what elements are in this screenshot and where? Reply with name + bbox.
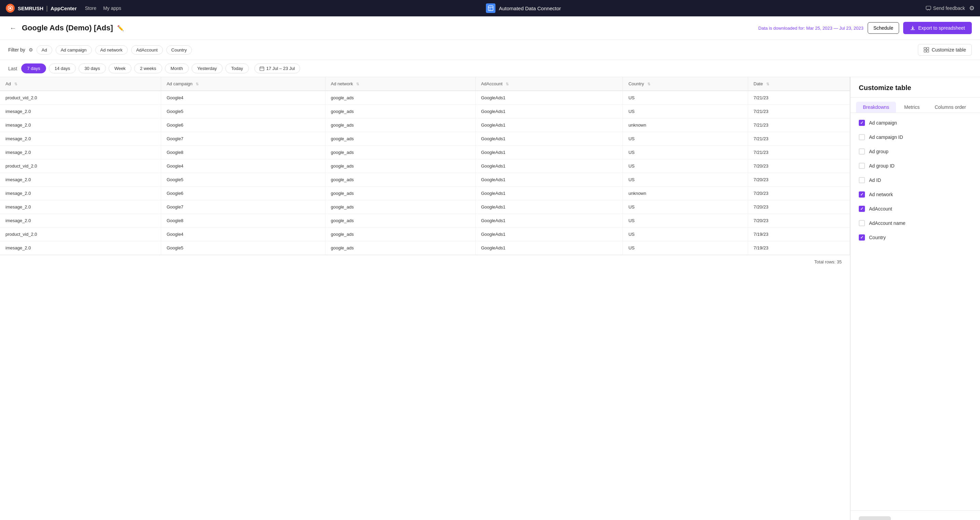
date-range-picker[interactable]: 17 Jul – 23 Jul — [255, 63, 300, 73]
table-cell: US — [623, 159, 748, 173]
breakdown-checkbox-item[interactable]: Ad network — [851, 187, 980, 202]
breakdown-checkbox-item[interactable]: Ad campaign ID — [851, 130, 980, 144]
table-cell: US — [623, 105, 748, 118]
date-btn-yesterday[interactable]: Yesterday — [192, 63, 223, 73]
filter-bar: Filter by ⚙ Ad Ad campaign Ad network Ad… — [0, 40, 980, 60]
breakdown-checkbox[interactable] — [859, 220, 865, 226]
table-cell: imesage_2.0 — [0, 146, 161, 159]
table-cell: GoogleAds1 — [475, 132, 623, 146]
table-cell: US — [623, 91, 748, 105]
nav-links: Store My apps — [85, 5, 121, 11]
breakdown-checkbox-item[interactable]: Ad group — [851, 144, 980, 159]
table-cell: Google6 — [161, 187, 325, 200]
table-cell: google_ads — [325, 159, 475, 173]
table-cell: google_ads — [325, 118, 475, 132]
table-cell: Google6 — [161, 118, 325, 132]
breakdown-checkbox-item[interactable]: Ad group ID — [851, 159, 980, 173]
app-name-label: Automated Data Connector — [499, 5, 561, 11]
table-cell: google_ads — [325, 228, 475, 241]
table-cell: 7/20/23 — [748, 187, 850, 200]
breakdown-checkbox[interactable] — [859, 177, 865, 183]
table-cell: GoogleAds1 — [475, 200, 623, 214]
total-rows-label: Total rows: 35 — [0, 255, 850, 268]
breakdown-checkbox[interactable] — [859, 148, 865, 155]
edit-icon[interactable]: ✏️ — [117, 25, 124, 32]
table-cell: product_vid_2.0 — [0, 228, 161, 241]
brand-logo[interactable]: SEMRUSH | AppCenter — [5, 3, 77, 13]
breakdown-checkbox-item[interactable]: Country — [851, 230, 980, 245]
table-cell: US — [623, 146, 748, 159]
column-header-country[interactable]: Country ⇅ — [623, 77, 748, 91]
export-button[interactable]: Export to spreadsheet — [903, 22, 972, 34]
column-header-ad-campaign[interactable]: Ad campaign ⇅ — [161, 77, 325, 91]
table-cell: US — [623, 200, 748, 214]
back-button[interactable]: ← — [8, 23, 18, 33]
svg-rect-2 — [488, 6, 493, 11]
filter-options-icon[interactable]: ⚙ — [29, 47, 33, 52]
filter-tag-ad[interactable]: Ad — [37, 45, 52, 55]
breakdown-checkbox[interactable] — [859, 163, 865, 169]
column-header-date[interactable]: Date ⇅ — [748, 77, 850, 91]
send-feedback-link[interactable]: Send feedback — [926, 5, 965, 11]
breakdown-checkbox[interactable] — [859, 192, 865, 198]
svg-rect-8 — [924, 50, 926, 52]
breakdown-checkbox-item[interactable]: Ad campaign — [851, 116, 980, 130]
breakdown-checkbox[interactable] — [859, 120, 865, 126]
tab-metrics[interactable]: Metrics — [897, 101, 926, 113]
page-title: Google Ads (Demo) [Ads] — [22, 24, 113, 32]
table-cell: GoogleAds1 — [475, 187, 623, 200]
table-cell: 7/21/23 — [748, 118, 850, 132]
schedule-button[interactable]: Schedule — [868, 22, 899, 34]
table-cell: Google7 — [161, 132, 325, 146]
breakdown-checkbox-label: Ad group ID — [869, 163, 895, 168]
breakdown-checkbox-item[interactable]: AdAccount name — [851, 216, 980, 230]
table-cell: US — [623, 173, 748, 187]
date-btn-2weeks[interactable]: 2 weeks — [134, 63, 162, 73]
breakdown-checkbox[interactable] — [859, 134, 865, 140]
column-header-ad-account[interactable]: AdAccount ⇅ — [475, 77, 623, 91]
breakdown-checkbox-label: Ad group — [869, 149, 888, 154]
table-cell: 7/20/23 — [748, 214, 850, 228]
breakdown-checkbox[interactable] — [859, 235, 865, 241]
top-navigation: SEMRUSH | AppCenter Store My apps Automa… — [0, 0, 980, 16]
breakdown-checkbox-item[interactable]: Ad ID — [851, 173, 980, 187]
table-cell: product_vid_2.0 — [0, 159, 161, 173]
column-header-ad-network[interactable]: Ad network ⇅ — [325, 77, 475, 91]
filter-tag-country[interactable]: Country — [166, 45, 192, 55]
tab-breakdowns[interactable]: Breakdowns — [856, 101, 896, 113]
table-row: imesage_2.0Google8google_adsGoogleAds1US… — [0, 214, 850, 228]
date-btn-week[interactable]: Week — [108, 63, 132, 73]
table-cell: GoogleAds1 — [475, 159, 623, 173]
data-table-container[interactable]: Ad ⇅ Ad campaign ⇅ Ad network ⇅ AdAccoun… — [0, 77, 850, 520]
date-btn-14days[interactable]: 14 days — [49, 63, 76, 73]
store-link[interactable]: Store — [85, 5, 96, 11]
table-row: imesage_2.0Google8google_adsGoogleAds1US… — [0, 146, 850, 159]
table-cell: 7/20/23 — [748, 200, 850, 214]
last-label: Last — [8, 66, 17, 71]
date-btn-7days[interactable]: 7 days — [21, 63, 46, 73]
date-btn-today[interactable]: Today — [225, 63, 249, 73]
breakdown-checkbox-label: Ad campaign — [869, 120, 897, 125]
settings-gear-icon[interactable]: ⚙ — [969, 5, 975, 12]
table-cell: US — [623, 241, 748, 255]
column-header-ad[interactable]: Ad ⇅ — [0, 77, 161, 91]
app-icon — [486, 3, 495, 13]
svg-point-1 — [9, 7, 11, 9]
date-filter-bar: Last 7 days 14 days 30 days Week 2 weeks… — [0, 60, 980, 77]
tab-columns-order[interactable]: Columns order — [928, 101, 973, 113]
filter-tag-ad-campaign[interactable]: Ad campaign — [56, 45, 92, 55]
table-cell: 7/21/23 — [748, 146, 850, 159]
my-apps-link[interactable]: My apps — [103, 5, 121, 11]
table-cell: google_ads — [325, 187, 475, 200]
breakdown-checkbox-item[interactable]: AdAccount — [851, 202, 980, 216]
date-btn-30days[interactable]: 30 days — [78, 63, 106, 73]
customize-table-button[interactable]: Customize table — [918, 44, 972, 55]
table-cell: 7/19/23 — [748, 241, 850, 255]
table-row: imesage_2.0Google5google_adsGoogleAds1US… — [0, 105, 850, 118]
filter-tag-ad-account[interactable]: AdAccount — [131, 45, 163, 55]
breakdown-checkbox[interactable] — [859, 206, 865, 212]
apply-button[interactable]: Apply — [859, 516, 891, 520]
table-cell: google_ads — [325, 214, 475, 228]
filter-tag-ad-network[interactable]: Ad network — [95, 45, 128, 55]
date-btn-month[interactable]: Month — [165, 63, 189, 73]
